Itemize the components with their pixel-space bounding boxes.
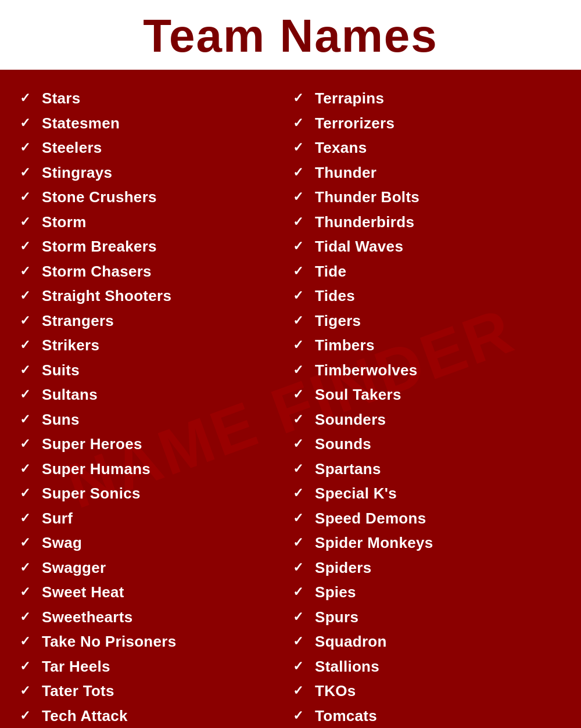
list-item: ✓Strangers <box>17 309 290 333</box>
checkmark-icon: ✓ <box>293 461 309 476</box>
list-item: ✓Sultans <box>17 382 290 407</box>
list-item: ✓Stallions <box>290 654 564 679</box>
team-names-columns: ✓Stars✓Statesmen✓Steelers✓Stingrays✓Ston… <box>17 86 564 728</box>
list-item: ✓Tides <box>290 284 564 309</box>
list-item: ✓Tech Attack <box>17 704 290 729</box>
list-item: ✓Suits <box>17 358 290 383</box>
checkmark-icon: ✓ <box>293 91 309 106</box>
checkmark-icon: ✓ <box>293 683 309 698</box>
team-name-label: Straight Shooters <box>42 286 171 306</box>
team-name-label: Storm Breakers <box>42 237 157 256</box>
team-name-label: Tides <box>315 286 355 306</box>
team-name-label: Strikers <box>42 336 99 355</box>
team-name-label: TKOs <box>315 682 356 701</box>
checkmark-icon: ✓ <box>20 116 36 131</box>
checkmark-icon: ✓ <box>293 436 309 451</box>
team-name-label: Thunderbirds <box>315 213 414 232</box>
checkmark-icon: ✓ <box>293 659 309 674</box>
team-name-label: Tech Attack <box>42 707 128 726</box>
list-item: ✓Tidal Waves <box>290 234 564 259</box>
checkmark-icon: ✓ <box>20 535 36 550</box>
team-name-label: Sounders <box>315 410 386 429</box>
team-name-label: Sultans <box>42 385 98 404</box>
page-header: Team Names <box>0 0 581 70</box>
checkmark-icon: ✓ <box>293 264 309 279</box>
list-item: ✓Tomcats <box>290 704 564 729</box>
checkmark-icon: ✓ <box>20 560 36 575</box>
checkmark-icon: ✓ <box>20 264 36 279</box>
checkmark-icon: ✓ <box>20 140 36 155</box>
team-name-label: Surf <box>42 509 73 528</box>
list-item: ✓Tigers <box>290 309 564 333</box>
team-name-label: Suns <box>42 410 80 429</box>
team-name-label: Tide <box>315 262 346 281</box>
list-item: ✓Stars <box>17 86 290 111</box>
list-item: ✓Sweet Heat <box>17 580 290 605</box>
list-item: ✓Thunder <box>290 160 564 185</box>
list-item: ✓Thunderbirds <box>290 210 564 235</box>
list-item: ✓Texans <box>290 135 564 160</box>
team-name-label: Swagger <box>42 558 106 578</box>
checkmark-icon: ✓ <box>20 436 36 451</box>
team-name-label: Storm Chasers <box>42 262 152 281</box>
list-item: ✓Straight Shooters <box>17 284 290 309</box>
list-item: ✓Spurs <box>290 605 564 630</box>
team-name-label: Spurs <box>315 608 358 627</box>
list-item: ✓Tar Heels <box>17 654 290 679</box>
team-name-label: Stallions <box>315 657 379 676</box>
left-column: ✓Stars✓Statesmen✓Steelers✓Stingrays✓Ston… <box>17 86 290 728</box>
checkmark-icon: ✓ <box>293 634 309 649</box>
team-name-label: Tidal Waves <box>315 237 403 256</box>
team-name-label: Stars <box>42 89 81 108</box>
team-name-label: Thunder Bolts <box>315 188 419 207</box>
list-item: ✓Super Sonics <box>17 481 290 506</box>
checkmark-icon: ✓ <box>293 165 309 180</box>
page-title: Team Names <box>6 10 575 62</box>
list-item: ✓Steelers <box>17 135 290 160</box>
list-item: ✓Timbers <box>290 333 564 358</box>
list-item: ✓Sounds <box>290 432 564 457</box>
checkmark-icon: ✓ <box>20 189 36 205</box>
list-item: ✓Speed Demons <box>290 506 564 531</box>
team-name-label: Thunder <box>315 163 376 182</box>
right-column: ✓Terrapins✓Terrorizers✓Texans✓Thunder✓Th… <box>290 86 564 728</box>
checkmark-icon: ✓ <box>20 387 36 402</box>
team-name-label: Sweethearts <box>42 608 132 627</box>
checkmark-icon: ✓ <box>293 708 309 723</box>
list-item: ✓Take No Prisoners <box>17 629 290 654</box>
team-name-label: Squadron <box>315 632 387 651</box>
checkmark-icon: ✓ <box>20 609 36 625</box>
checkmark-icon: ✓ <box>293 189 309 205</box>
team-name-label: Steelers <box>42 138 102 157</box>
checkmark-icon: ✓ <box>20 239 36 254</box>
list-item: ✓Swagger <box>17 555 290 580</box>
list-item: ✓Storm <box>17 210 290 235</box>
team-name-label: Statesmen <box>42 114 120 133</box>
checkmark-icon: ✓ <box>20 338 36 353</box>
checkmark-icon: ✓ <box>293 535 309 550</box>
main-content: ✓Stars✓Statesmen✓Steelers✓Stingrays✓Ston… <box>0 70 581 728</box>
list-item: ✓Storm Chasers <box>17 259 290 284</box>
team-name-label: Suits <box>42 361 80 380</box>
team-name-label: Speed Demons <box>315 509 426 528</box>
checkmark-icon: ✓ <box>20 288 36 303</box>
team-name-label: Timberwolves <box>315 361 418 380</box>
checkmark-icon: ✓ <box>20 461 36 476</box>
team-name-label: Super Heroes <box>42 435 142 454</box>
list-item: ✓Super Heroes <box>17 432 290 457</box>
list-item: ✓Spies <box>290 580 564 605</box>
checkmark-icon: ✓ <box>293 486 309 501</box>
list-item: ✓Timberwolves <box>290 358 564 383</box>
checkmark-icon: ✓ <box>20 313 36 328</box>
checkmark-icon: ✓ <box>293 239 309 254</box>
checkmark-icon: ✓ <box>20 91 36 106</box>
checkmark-icon: ✓ <box>20 708 36 723</box>
team-name-label: Spartans <box>315 460 381 479</box>
checkmark-icon: ✓ <box>20 634 36 649</box>
checkmark-icon: ✓ <box>20 659 36 674</box>
list-item: ✓Surf <box>17 506 290 531</box>
team-name-label: Stingrays <box>42 163 112 182</box>
team-name-label: Spies <box>315 583 356 602</box>
checkmark-icon: ✓ <box>293 363 309 378</box>
team-name-label: Sweet Heat <box>42 583 124 602</box>
